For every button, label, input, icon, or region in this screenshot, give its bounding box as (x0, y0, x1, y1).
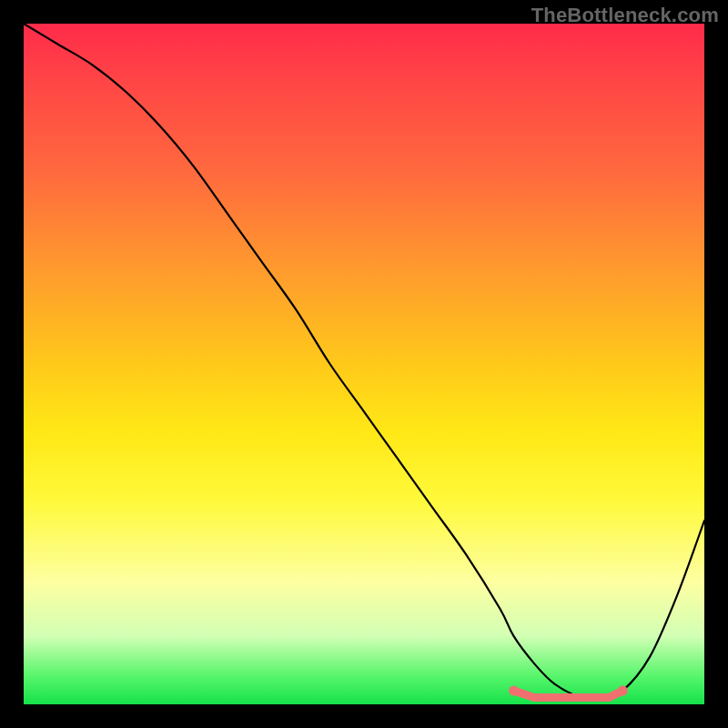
marker-dot (618, 686, 628, 696)
bottleneck-curve (24, 24, 704, 699)
marker-dot (509, 686, 519, 696)
chart-frame: TheBottleneck.com (0, 0, 728, 728)
plot-area (24, 24, 704, 704)
chart-svg (24, 24, 704, 704)
